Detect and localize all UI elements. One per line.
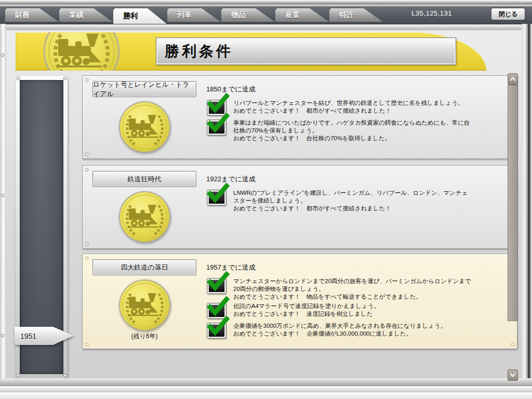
victory-panel-rainhill: ロケット号とレインヒル・トライアル 1850までに達成 リバプールとマンチェスタ… xyxy=(82,75,517,159)
gold-medal-icon xyxy=(118,191,171,243)
objective-description: リバプールとマンチェスターを結び、世界初の鉄道として歴史に名を残しましょう。 xyxy=(233,99,463,107)
objective-item: 伝説のA4マラード号で速度記録を塗りかえましょう。 おめでとうございます！ 速度… xyxy=(206,302,510,318)
frame-strip xyxy=(0,24,532,31)
objective-text: リバプールとマンチェスターを結び、世界初の鉄道として歴史に名を残しましょう。 お… xyxy=(233,99,463,115)
scroll-down-button[interactable] xyxy=(508,369,518,381)
panel-left: ロケット号とレインヒル・トライアル xyxy=(83,76,206,158)
objective-text: マンチェスターからロンドンまで20両分の旅客を運び、バーミンガムからロンドンまで… xyxy=(233,277,471,301)
checkmark-icon xyxy=(206,271,230,293)
panel-right: 1957までに達成 マンチェスターからロンドンまで20両分の旅客を運び、バーミン… xyxy=(206,254,517,349)
bottom-edge-strip xyxy=(0,392,532,399)
checkmark-icon xyxy=(206,296,230,318)
checkmark-icon xyxy=(206,316,230,338)
scenario-title-plaque: 四大鉄道の落日 xyxy=(92,259,196,275)
checkmark-icon xyxy=(206,113,230,135)
page-title: 勝利条件 xyxy=(156,37,456,65)
tab-trains[interactable]: 列車 xyxy=(167,8,221,22)
deadline-text: 1850までに達成 xyxy=(206,81,510,97)
objective-item: LNWRの“プレミアライン”を建設し、バーミンガム、リバプール、ロンドン、マンチ… xyxy=(206,189,510,212)
checkmark-icon xyxy=(206,183,230,205)
panel-left: 鉄道狂時代 xyxy=(83,166,206,248)
victory-screen: 財務 業績 勝利 列車 物品 産業 特許 L35,125,131 閉じる 勝利条… xyxy=(0,0,532,399)
vertical-scrollbar xyxy=(508,73,518,382)
tab-victory[interactable]: 勝利 xyxy=(113,8,167,24)
objective-status xyxy=(206,322,229,337)
objective-text: LNWRの“プレミアライン”を建設し、バーミンガム、リバプール、ロンドン、マンチ… xyxy=(233,189,471,212)
objective-result: おめでとうございます！ 自社株の70%を取得しました。 xyxy=(233,135,471,142)
objective-item: マンチェスターからロンドンまで20両分の旅客を運び、バーミンガムからロンドンまで… xyxy=(206,277,510,301)
objective-status xyxy=(206,302,229,317)
tab-patents[interactable]: 特許 xyxy=(329,8,383,22)
objective-result: おめでとうございます！ 都市がすべて接続されました！ xyxy=(233,205,471,212)
tab-finance[interactable]: 財務 xyxy=(5,8,59,22)
objective-text: 伝説のA4マラード号で速度記録を塗りかえましょう。 おめでとうございます！ 速度… xyxy=(233,302,380,318)
year-arrow: 1951 xyxy=(15,327,74,345)
objective-text: 事業はまだ端緒についたばかりです。ハゲタカ投資家の餌食にならぬためにも、常に自社… xyxy=(233,118,471,142)
objective-description: 事業はまだ端緒についたばかりです。ハゲタカ投資家の餌食にならぬためにも、常に自社… xyxy=(233,119,471,135)
chevron-up-icon xyxy=(509,76,517,82)
panel-right: 1850までに達成 リバプールとマンチェスターを結び、世界初の鉄道として歴史に名… xyxy=(206,76,517,158)
top-metal-strip xyxy=(0,0,532,6)
objective-description: LNWRの“プレミアライン”を建設し、バーミンガム、リバプール、ロンドン、マンチ… xyxy=(233,189,471,205)
objective-item: リバプールとマンチェスターを結び、世界初の鉄道として歴史に名を残しましょう。 お… xyxy=(206,99,510,115)
bottom-metal-strip xyxy=(0,385,532,392)
gold-medal-icon xyxy=(118,101,171,153)
panel-left: 四大鉄道の落日 (残り6年) xyxy=(83,254,206,349)
scenario-title-plaque: 鉄道狂時代 xyxy=(92,171,196,187)
scenario-title-plaque: ロケット号とレインヒル・トライアル xyxy=(92,81,196,97)
objective-description: 企業価値を3000万ポンドに高め、業界大手とみなされる存在になりましょう。 xyxy=(233,322,446,330)
victory-panel-big-four: 四大鉄道の落日 (残り6年) 1957までに達成 マンチェスターからロンドンまで… xyxy=(82,254,517,349)
objective-item: 事業はまだ端緒についたばかりです。ハゲタカ投資家の餌食にならぬためにも、常に自社… xyxy=(206,118,510,142)
objective-text: 企業価値を3000万ポンドに高め、業界大手とみなされる存在になりましょう。 おめ… xyxy=(233,322,446,338)
objective-result: おめでとうございます！ 物品をすべて輸送することができました。 xyxy=(233,293,471,301)
tab-performance[interactable]: 業績 xyxy=(59,8,113,22)
close-button[interactable]: 閉じる xyxy=(491,8,525,20)
objective-item: 企業価値を3000万ポンドに高め、業界大手とみなされる存在になりましょう。 おめ… xyxy=(206,322,510,338)
tab-label: 勝利 xyxy=(113,11,148,21)
tab-goods[interactable]: 物品 xyxy=(221,8,275,22)
tab-label: 物品 xyxy=(221,10,256,20)
checkmark-icon xyxy=(206,93,230,115)
scroll-up-button[interactable] xyxy=(508,73,518,85)
deadline-text: 1922までに達成 xyxy=(206,171,510,187)
tab-industry[interactable]: 産業 xyxy=(275,8,329,22)
scrollbar-thumb[interactable] xyxy=(508,85,518,321)
tab-strip: 財務 業績 勝利 列車 物品 産業 特許 xyxy=(5,8,383,24)
tab-label: 産業 xyxy=(275,10,310,20)
objective-description: 伝説のA4マラード号で速度記録を塗りかえましょう。 xyxy=(233,302,380,310)
cash-balance: L35,125,131 xyxy=(400,9,463,17)
left-metal-frame xyxy=(0,24,6,392)
objective-result: おめでとうございます！ 企業価値がL30,000,000に達しました。 xyxy=(233,330,446,338)
victory-panel-railway-mania: 鉄道狂時代 1922までに達成 LNWRの“プレミアライン”を建設し、バーミンガ… xyxy=(82,165,517,249)
objective-status xyxy=(206,189,229,204)
deadline-text: 1957までに達成 xyxy=(206,259,510,275)
objective-status xyxy=(206,118,229,134)
years-remaining-text: (残り6年) xyxy=(131,332,158,341)
objective-status xyxy=(206,277,229,292)
year-marker: 1951 xyxy=(15,327,74,345)
objective-result: おめでとうございます！ 都市がすべて接続されました！ xyxy=(233,107,463,115)
panel-right: 1922までに達成 LNWRの“プレミアライン”を建設し、バーミンガム、リバプー… xyxy=(206,166,517,248)
chevron-down-icon xyxy=(509,372,517,378)
gold-medal-icon xyxy=(118,279,171,331)
right-metal-frame xyxy=(522,24,532,392)
bottom-metal-frame xyxy=(0,378,532,385)
tab-label: 業績 xyxy=(59,10,94,20)
objective-status xyxy=(206,99,229,114)
objective-result: おめでとうございます！ 速度記録を樹立しました xyxy=(233,310,380,318)
objective-description: マンチェスターからロンドンまで20両分の旅客を運び、バーミンガムからロンドンまで… xyxy=(233,277,471,293)
tab-label: 特許 xyxy=(329,10,364,20)
gold-medal-icon xyxy=(43,32,121,71)
tab-label: 列車 xyxy=(167,10,202,20)
tab-label: 財務 xyxy=(5,10,39,20)
